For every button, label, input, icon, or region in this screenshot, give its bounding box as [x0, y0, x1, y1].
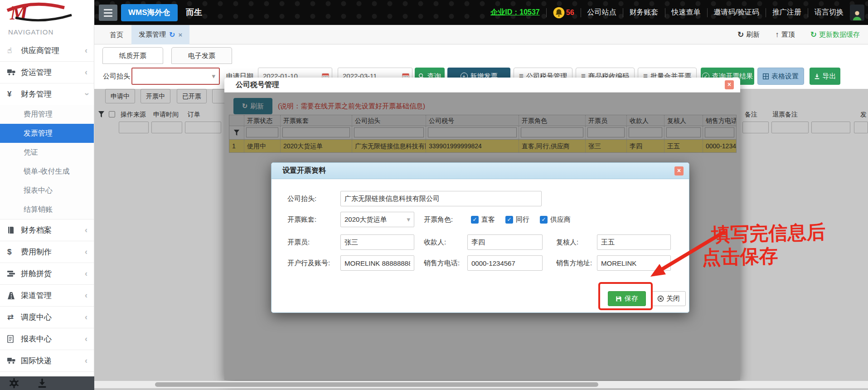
sidebar-item-finance-archive[interactable]: 财务档案 ‹: [0, 219, 94, 241]
tab-home[interactable]: 首页: [105, 25, 128, 44]
menu-quick-query[interactable]: 快速查单: [672, 8, 701, 17]
save-button[interactable]: 保存: [608, 291, 646, 306]
filter-funnel-icon[interactable]: [98, 111, 105, 118]
order-filter-input[interactable]: [185, 122, 221, 133]
seller-phone-filter[interactable]: [703, 126, 736, 140]
tax-table-row-selected[interactable]: 1 使用中 2020大货运单 广东无限链接信息科技有限公司 3399019999…: [229, 140, 736, 152]
sidebar-subitem-voucher[interactable]: 凭证: [0, 143, 94, 162]
reviewer-filter[interactable]: [664, 126, 703, 140]
tab-close-icon[interactable]: ×: [178, 31, 182, 39]
select-all-checkbox[interactable]: [109, 111, 115, 117]
sidebar-item-label: 调度中心: [21, 312, 85, 322]
status-tab-applying[interactable]: 申请中: [105, 89, 135, 103]
menu-promo-register[interactable]: 推广注册: [772, 8, 801, 17]
tab-refresh-icon[interactable]: ↻: [169, 30, 175, 39]
download-icon[interactable]: [37, 378, 47, 388]
remark-filter-input[interactable]: [742, 122, 769, 133]
tab-invoice-management[interactable]: 发票管理 ↻ ×: [131, 25, 189, 44]
col-tax-no[interactable]: 公司税号: [426, 115, 519, 126]
col-reviewer[interactable]: 复核人: [664, 115, 703, 126]
close-icon[interactable]: ×: [725, 80, 734, 89]
issuer-field[interactable]: [340, 234, 414, 250]
divider: [623, 8, 623, 17]
notification-bell[interactable]: 56: [553, 7, 574, 19]
scrollbar-thumb[interactable]: [155, 382, 598, 387]
wms-overseas-badge[interactable]: WMS海外仓: [121, 4, 178, 21]
cell-seller-phone: 0000-1234567: [703, 140, 736, 152]
sidebar-item-consolidation[interactable]: 拼舱拼货 ‹: [0, 263, 94, 284]
sidebar-item-freight[interactable]: 货运管理 ‹: [0, 61, 94, 83]
horizontal-scrollbar[interactable]: [94, 381, 868, 388]
sidebar-item-suppliers[interactable]: ☝ 供应商管理 ‹: [0, 39, 94, 61]
sidebar-item-channels[interactable]: 渠道管理 ‹: [0, 284, 94, 306]
company-title-select[interactable]: ▾: [131, 68, 220, 85]
refund-remark-filter-input[interactable]: [771, 122, 809, 133]
sidebar-subitem-expense[interactable]: 费用管理: [0, 105, 94, 124]
filter-funnel-icon[interactable]: [229, 126, 244, 140]
sidebar-subitem-settlement[interactable]: 结算销账: [0, 200, 94, 219]
source-filter-input[interactable]: [119, 122, 149, 133]
col-payee[interactable]: 收款人: [627, 115, 664, 126]
gear-icon[interactable]: [9, 378, 19, 388]
col-role[interactable]: 开票角色: [519, 115, 586, 126]
status-filter[interactable]: [244, 126, 281, 140]
company-title-field[interactable]: [340, 191, 542, 206]
role-checkbox-peer[interactable]: ✓ 同行: [505, 215, 529, 224]
hamburger-menu-icon[interactable]: [99, 5, 117, 21]
role-label: 供应商: [550, 215, 571, 224]
update-cache-button[interactable]: ↻更新数据缓存: [810, 30, 860, 39]
sidebar-subitem-invoice-active[interactable]: 发票管理: [0, 124, 94, 143]
subtab-paper-invoice[interactable]: 纸质开票: [102, 47, 163, 64]
payee-filter[interactable]: [627, 126, 664, 140]
menu-language-switch[interactable]: 语言切换: [815, 8, 844, 17]
col-account-set[interactable]: 开票账套: [281, 115, 352, 126]
table-settings-button[interactable]: 表格设置: [757, 68, 804, 85]
edge-filter-input[interactable]: [854, 122, 868, 133]
role-checkbox-direct[interactable]: ✓ 直客: [471, 215, 495, 224]
payee-field[interactable]: [467, 234, 543, 250]
account-set-filter[interactable]: [281, 126, 352, 140]
reviewer-field[interactable]: [597, 234, 671, 250]
menu-finance-account[interactable]: 财务账套: [630, 8, 659, 17]
seller-address-field[interactable]: [597, 255, 671, 271]
pin-top-button[interactable]: ↑置顶: [775, 30, 795, 39]
account-set-value: 2020大货运单: [344, 215, 387, 223]
sidebar-item-oa[interactable]: OA管理 ‹: [0, 371, 94, 376]
menu-company-site[interactable]: 公司站点: [587, 8, 616, 17]
annotation-text: 填写完信息后 点击保存: [701, 220, 827, 269]
sidebar-item-fee-making[interactable]: $ 费用制作 ‹: [0, 241, 94, 263]
sidebar-item-dispatch[interactable]: ⇄ 调度中心 ‹: [0, 306, 94, 328]
close-button[interactable]: 关闭: [651, 291, 686, 306]
issuer-filter[interactable]: [586, 126, 627, 140]
export-button[interactable]: 导出: [810, 68, 840, 85]
modal-refresh-button[interactable]: ↻ 刷新: [233, 98, 272, 114]
sidebar-subitem-lock-payment[interactable]: 锁单-收付生成: [0, 162, 94, 181]
logo-panel: M: [0, 0, 94, 25]
role-filter[interactable]: [519, 126, 586, 140]
subtab-electronic-invoice[interactable]: 电子发票: [171, 47, 232, 64]
col-issuer[interactable]: 开票员: [586, 115, 627, 126]
close-icon[interactable]: ×: [674, 166, 684, 176]
invoice-filter-input[interactable]: [811, 122, 850, 133]
sidebar-subitem-report-center[interactable]: 报表中心: [0, 181, 94, 200]
user-avatar[interactable]: [850, 5, 864, 21]
sidebar-item-intl-express[interactable]: 国际快递 ‹: [0, 350, 94, 371]
col-status[interactable]: 开票状态: [244, 115, 281, 126]
bank-account-field[interactable]: [340, 255, 414, 271]
company-title-filter[interactable]: [352, 126, 426, 140]
role-checkbox-supplier[interactable]: ✓ 供应商: [540, 215, 571, 224]
apply-time-filter-input[interactable]: [151, 122, 182, 133]
sidebar-item-finance[interactable]: ¥ 财务管理 ‹: [0, 83, 94, 105]
tax-no-filter[interactable]: [426, 126, 519, 140]
sidebar-item-reports[interactable]: 报表中心 ‹: [0, 328, 94, 350]
status-tab-invoicing[interactable]: 开票中: [141, 89, 170, 103]
status-tab-invoiced[interactable]: 已开票: [177, 89, 207, 103]
col-company-title[interactable]: 公司抬头: [352, 115, 426, 126]
refresh-button[interactable]: ↻刷新: [737, 30, 760, 39]
col-seller-phone[interactable]: 销售方电话: [703, 115, 736, 126]
seller-phone-field[interactable]: [467, 255, 543, 271]
chevron-left-icon: ‹: [85, 269, 87, 278]
chevron-left-icon: ‹: [85, 225, 87, 235]
menu-invite-code[interactable]: 邀请码/验证码: [714, 8, 759, 17]
account-set-select[interactable]: 2020大货运单 ▾: [340, 212, 414, 227]
